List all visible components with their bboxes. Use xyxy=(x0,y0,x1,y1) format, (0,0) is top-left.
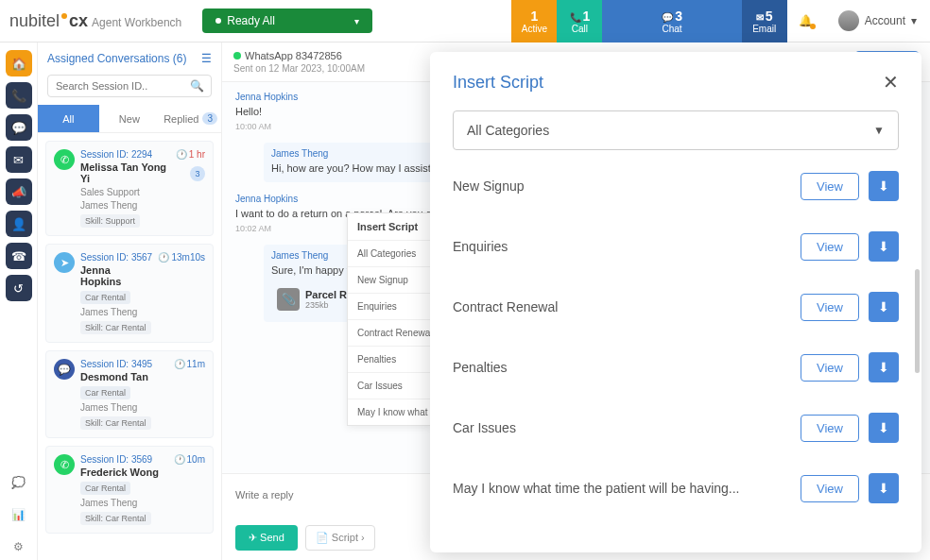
session-id: Session ID: 2294 xyxy=(80,149,170,160)
logo-dot xyxy=(61,13,67,19)
conversation-card[interactable]: ➤ Session ID: 3567 Jenna Hopkins Car Ren… xyxy=(45,244,214,343)
nav-phone[interactable]: 📞 xyxy=(6,82,32,109)
account-label: Account xyxy=(865,14,905,27)
script-name: May I know what time the patient will be… xyxy=(453,481,801,496)
script-button[interactable]: 📄 Script › xyxy=(305,525,375,551)
agent-name: James Theng xyxy=(80,307,152,317)
close-icon[interactable]: ✕ xyxy=(883,71,899,93)
search-icon: 🔍 xyxy=(190,79,204,93)
tab-new[interactable]: New xyxy=(99,105,161,132)
download-icon: ⬇ xyxy=(878,420,889,435)
popup-item[interactable]: Contract Renewal xyxy=(348,319,431,346)
popup-item[interactable]: Car Issues xyxy=(348,372,431,399)
conversation-card[interactable]: ✆ Session ID: 3569 Frederick Wong Car Re… xyxy=(45,446,214,534)
session-id: Session ID: 3495 xyxy=(80,359,168,369)
attachment-icon: 📎 xyxy=(277,288,300,311)
status-bullet-icon xyxy=(215,18,221,24)
notifications-button[interactable]: 🔔 xyxy=(787,14,825,27)
topbar: nubitel cx Agent Workbench Ready All ▾ 1… xyxy=(0,0,930,42)
popup-item[interactable]: All Categories xyxy=(348,240,431,266)
agent-name: James Theng xyxy=(80,200,170,211)
nav-email[interactable]: ✉ xyxy=(6,146,32,173)
script-row: Enquiries View ⬇ xyxy=(453,216,899,277)
chevron-down-icon: ▼ xyxy=(873,124,885,137)
download-button[interactable]: ⬇ xyxy=(869,231,899,262)
send-button[interactable]: ✈ Send xyxy=(235,525,298,551)
popup-item[interactable]: New Signup xyxy=(348,266,431,293)
category-tag: Car Rental xyxy=(80,482,130,495)
nav-home[interactable]: 🏠 xyxy=(6,50,32,76)
nav-stats[interactable]: 📊 xyxy=(6,501,32,528)
search-input[interactable] xyxy=(47,75,212,97)
view-button[interactable]: View xyxy=(801,415,859,442)
customer-name: Frederick Wong xyxy=(80,467,168,478)
chat-icon: 💬 xyxy=(662,12,673,23)
category: Sales Support xyxy=(80,187,170,197)
status-dropdown[interactable]: Ready All ▾ xyxy=(202,8,372,33)
metric-call[interactable]: 📞1Call xyxy=(557,0,602,42)
nav-chat[interactable]: 💬 xyxy=(6,114,32,141)
session-id: Session ID: 3569 xyxy=(80,454,168,465)
metric-email[interactable]: ✉5Email xyxy=(742,0,787,42)
email-icon: ✉ xyxy=(756,12,764,23)
download-icon: ⬇ xyxy=(878,178,889,194)
notif-dot xyxy=(810,24,816,29)
wait-time: 🕐10m xyxy=(174,454,205,465)
view-button[interactable]: View xyxy=(801,294,859,321)
metric-active[interactable]: 1Active xyxy=(511,0,557,42)
whatsapp-icon: ✆ xyxy=(54,149,75,170)
telegram-icon: ➤ xyxy=(54,252,75,273)
popup-item[interactable]: May I know what time xyxy=(348,399,431,425)
popup-title: Insert Script xyxy=(348,213,431,240)
conversation-card[interactable]: 💬 Session ID: 3495 Desmond Tan Car Renta… xyxy=(45,350,214,438)
download-button[interactable]: ⬇ xyxy=(869,352,899,382)
channel-dot-icon xyxy=(233,52,241,59)
nav-settings[interactable]: ⚙ xyxy=(6,534,32,560)
skill-tag: Skill: Support xyxy=(80,214,140,228)
nav-campaign[interactable]: 📣 xyxy=(6,178,32,205)
nav-voice[interactable]: ☎ xyxy=(6,243,32,269)
script-name: Contract Renewal xyxy=(453,299,801,314)
brand-text: nubitel xyxy=(9,11,60,31)
view-button[interactable]: View xyxy=(801,233,859,261)
script-name: New Signup xyxy=(453,178,801,194)
nav-history[interactable]: ↺ xyxy=(6,275,32,301)
download-icon: ⬇ xyxy=(878,481,889,496)
view-button[interactable]: View xyxy=(801,173,859,200)
nav-contacts[interactable]: 👤 xyxy=(6,211,32,237)
clock-icon: 🕐 xyxy=(174,454,185,465)
download-button[interactable]: ⬇ xyxy=(869,292,899,322)
clock-icon: 🕐 xyxy=(158,252,169,263)
category-dropdown[interactable]: All Categories ▼ xyxy=(453,110,899,150)
nav-faq[interactable]: 💭 xyxy=(6,469,32,496)
clock-icon: 🕐 xyxy=(176,149,187,160)
brand-cx: cx xyxy=(69,11,88,31)
script-row: Car Issues View ⬇ xyxy=(453,398,899,458)
conversation-card[interactable]: ✆ Session ID: 2294 Melissa Tan Yong Yi S… xyxy=(45,141,214,236)
script-row: May I know what time the patient will be… xyxy=(453,458,899,518)
filter-icon[interactable]: ☰ xyxy=(201,52,212,65)
insert-script-modal: Insert Script ✕ All Categories ▼ New Sig… xyxy=(430,52,921,552)
account-menu[interactable]: Account ▾ xyxy=(825,10,930,31)
view-button[interactable]: View xyxy=(801,475,859,502)
dropdown-label: All Categories xyxy=(467,123,549,138)
script-row: Contract Renewal View ⬇ xyxy=(453,277,899,337)
popup-item[interactable]: Penalties xyxy=(348,346,431,372)
tab-all[interactable]: All xyxy=(38,105,99,132)
scrollbar[interactable] xyxy=(915,269,920,373)
download-icon: ⬇ xyxy=(878,360,889,375)
conversation-tabs: All New Replied3 xyxy=(38,105,221,133)
chevron-down-icon: ▾ xyxy=(911,14,917,27)
tab-replied[interactable]: Replied3 xyxy=(160,105,221,132)
phone-icon: 📞 xyxy=(570,12,581,23)
agent-name: James Theng xyxy=(80,402,168,413)
download-button[interactable]: ⬇ xyxy=(869,171,899,201)
view-button[interactable]: View xyxy=(801,354,859,382)
customer-name: Jenna Hopkins xyxy=(80,264,152,287)
metric-chat[interactable]: 💬3Chat xyxy=(602,0,741,42)
customer-name: Melissa Tan Yong Yi xyxy=(80,161,170,184)
script-row: New Signup View ⬇ xyxy=(453,156,899,216)
download-button[interactable]: ⬇ xyxy=(869,413,899,443)
download-button[interactable]: ⬇ xyxy=(869,473,899,503)
popup-item[interactable]: Enquiries xyxy=(348,293,431,319)
